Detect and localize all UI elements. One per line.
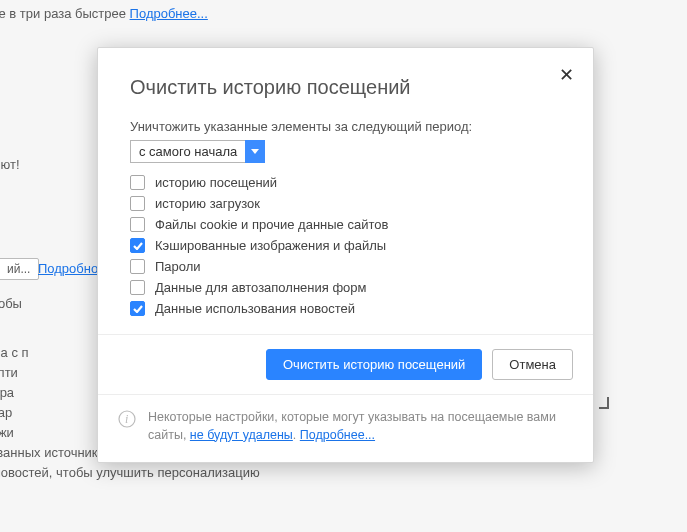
option-label: Файлы cookie и прочие данные сайтов — [155, 217, 388, 232]
note-sep: . — [293, 428, 300, 442]
checkbox[interactable] — [130, 175, 145, 190]
dialog-actions: Очистить историю посещений Отмена — [98, 334, 593, 394]
chevron-down-icon — [245, 140, 265, 163]
svg-text:i: i — [125, 412, 128, 426]
option-row: Данные для автозаполнения форм — [130, 280, 561, 295]
option-row: историю посещений — [130, 175, 561, 190]
option-label: историю посещений — [155, 175, 277, 190]
option-row: Кэшированные изображения и файлы — [130, 238, 561, 253]
options-list: историю посещенийисторию загрузокФайлы c… — [130, 175, 561, 316]
option-label: историю загрузок — [155, 196, 260, 211]
note-text: Некоторые настройки, которые могут указы… — [148, 409, 573, 444]
clear-history-dialog: ✕ Очистить историю посещений Уничтожить … — [97, 47, 594, 463]
checkbox[interactable] — [130, 238, 145, 253]
dialog-note: i Некоторые настройки, которые могут ука… — [98, 394, 593, 462]
modal-overlay: ✕ Очистить историю посещений Уничтожить … — [0, 0, 687, 532]
option-label: Пароли — [155, 259, 201, 274]
checkbox[interactable] — [130, 280, 145, 295]
clear-button[interactable]: Очистить историю посещений — [266, 349, 482, 380]
option-row: Данные использования новостей — [130, 301, 561, 316]
note-link-more[interactable]: Подробнее... — [300, 428, 375, 442]
checkbox[interactable] — [130, 217, 145, 232]
checkbox[interactable] — [130, 259, 145, 274]
close-icon: ✕ — [559, 64, 574, 86]
option-row: Пароли — [130, 259, 561, 274]
period-select-value: с самого начала — [130, 140, 245, 163]
option-label: Данные использования новостей — [155, 301, 355, 316]
close-button[interactable]: ✕ — [555, 64, 577, 86]
option-label: Кэшированные изображения и файлы — [155, 238, 386, 253]
info-icon: i — [118, 410, 136, 428]
dialog-body: Очистить историю посещений Уничтожить ук… — [98, 48, 593, 334]
period-select[interactable]: с самого начала — [130, 140, 561, 163]
option-row: историю загрузок — [130, 196, 561, 211]
dialog-title: Очистить историю посещений — [130, 76, 561, 99]
period-label: Уничтожить указанные элементы за следующ… — [130, 119, 561, 134]
note-link-kept[interactable]: не будут удалены — [190, 428, 293, 442]
option-label: Данные для автозаполнения форм — [155, 280, 367, 295]
checkbox[interactable] — [130, 301, 145, 316]
checkbox[interactable] — [130, 196, 145, 211]
option-row: Файлы cookie и прочие данные сайтов — [130, 217, 561, 232]
cancel-button[interactable]: Отмена — [492, 349, 573, 380]
